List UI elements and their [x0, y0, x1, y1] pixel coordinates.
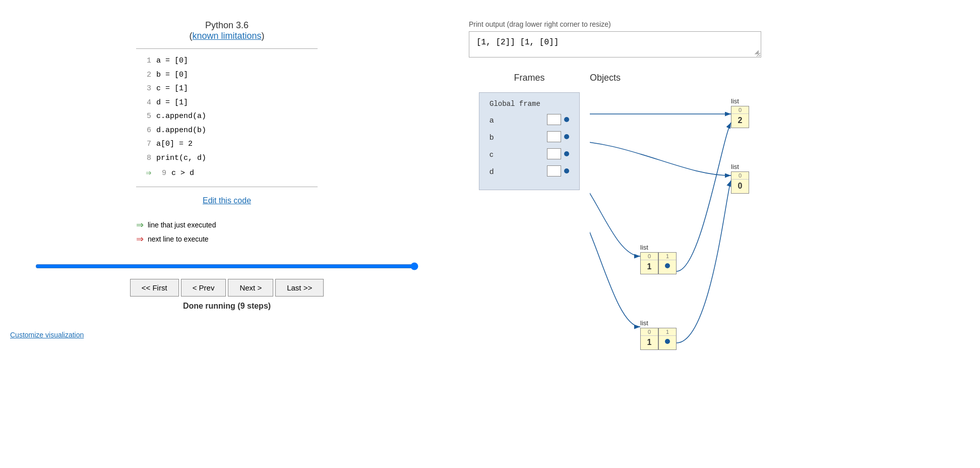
- left-panel: Python 3.6 (known limitations) 1 a = [0]…: [0, 10, 454, 458]
- line-code-2: b = [0]: [156, 69, 188, 82]
- line-num-3: 3: [136, 82, 151, 95]
- first-button[interactable]: << First: [130, 279, 179, 297]
- frame-row-b: b: [489, 131, 569, 142]
- prev-button[interactable]: < Prev: [181, 279, 226, 297]
- code-line-1: 1 a = [0]: [136, 54, 318, 68]
- list-obj-b: list 0 0: [731, 163, 749, 194]
- line-code-3: c = [1]: [156, 82, 188, 95]
- line-code-4: d = [1]: [156, 96, 188, 109]
- print-output-label: Print output (drag lower right corner to…: [469, 20, 965, 28]
- list-obj-d: list 0 1 1: [640, 319, 677, 350]
- line-code-7: a[0] = 2: [156, 138, 193, 151]
- line-code-6: d.append(b): [156, 124, 206, 137]
- var-d-cell: [547, 165, 561, 177]
- code-line-2: 2 b = [0]: [136, 68, 318, 82]
- visualization-section: Frames Global frame a b: [469, 73, 965, 375]
- line-num-7: 7: [136, 138, 151, 151]
- legend-green-arrow: ⇒: [136, 219, 144, 230]
- var-b-label: b: [489, 133, 505, 141]
- var-c-pointer: [547, 148, 569, 159]
- frames-column: Frames Global frame a b: [469, 73, 590, 375]
- line-num-8: 8: [136, 152, 151, 165]
- navigation-buttons: << First < Prev Next > Last >>: [129, 279, 325, 297]
- code-line-3: 3 c = [1]: [136, 82, 318, 96]
- list-cell-d1: 1: [658, 328, 677, 350]
- print-output-value: [1, [2]] [1, [0]]: [476, 38, 559, 47]
- line-num-2: 2: [136, 69, 151, 82]
- line-num-1: 1: [136, 54, 151, 68]
- status-text: Done running (9 steps): [183, 302, 271, 311]
- current-line-arrow: ⇒: [136, 165, 151, 181]
- list-cell-c1-dot: [665, 263, 670, 268]
- var-d-label: d: [489, 167, 505, 176]
- code-line-6: 6 d.append(b): [136, 124, 318, 138]
- step-slider[interactable]: [35, 262, 418, 271]
- list-label-c: list: [640, 244, 648, 251]
- list-cell-d0: 0 1: [640, 328, 658, 350]
- last-button[interactable]: Last >>: [275, 279, 324, 297]
- var-b-dot: [564, 134, 569, 139]
- global-frame: Global frame a b: [479, 92, 580, 190]
- print-output-box: [1, [2]] [1, [0]] ◢: [469, 31, 761, 57]
- global-frame-title: Global frame: [489, 100, 569, 108]
- var-b-cell: [547, 131, 561, 142]
- var-a-pointer: [547, 114, 569, 125]
- line-code-5: c.append(a): [156, 110, 206, 123]
- list-cells-b: 0 0: [731, 171, 749, 194]
- python-version-text: Python 3.6: [205, 20, 249, 30]
- legend: ⇒ line that just executed ⇒ next line to…: [136, 219, 318, 248]
- code-line-7: 7 a[0] = 2: [136, 137, 318, 151]
- legend-red-text: next line to execute: [148, 235, 209, 243]
- line-num-9: 9: [156, 167, 166, 180]
- var-a-cell: [547, 114, 561, 125]
- list-cells-a: 0 2: [731, 106, 749, 128]
- list-obj-c: list 0 1 1: [640, 244, 677, 274]
- legend-red: ⇒ next line to execute: [136, 233, 318, 245]
- list-cell-d1-dot: [665, 339, 670, 344]
- var-a-dot: [564, 117, 569, 122]
- slider-row: [35, 262, 418, 271]
- objects-area: list 0 2 list 0: [590, 92, 842, 375]
- list-label-b: list: [731, 163, 739, 170]
- known-limitations-link[interactable]: known limitations: [192, 31, 261, 41]
- code-line-8: 8 print(c, d): [136, 151, 318, 165]
- list-cell-c1: 1: [658, 252, 677, 274]
- frames-title: Frames: [514, 73, 544, 83]
- legend-red-arrow: ⇒: [136, 233, 144, 245]
- next-button[interactable]: Next >: [228, 279, 273, 297]
- var-d-dot: [564, 168, 569, 173]
- frame-row-a: a: [489, 114, 569, 125]
- frame-row-d: d: [489, 165, 569, 177]
- var-b-pointer: [547, 131, 569, 142]
- arrows-svg: [590, 92, 842, 375]
- list-cells-d: 0 1 1: [640, 328, 677, 350]
- line-code-9: c > d: [171, 167, 194, 180]
- line-num-4: 4: [136, 96, 151, 109]
- var-c-cell: [547, 148, 561, 159]
- var-c-label: c: [489, 150, 505, 158]
- code-line-9: ⇒ 9 c > d: [136, 165, 318, 182]
- line-code-8: print(c, d): [156, 152, 206, 165]
- list-label-a: list: [731, 97, 739, 105]
- code-line-5: 5 c.append(a): [136, 109, 318, 124]
- line-num-6: 6: [136, 124, 151, 137]
- list-obj-a: list 0 2: [731, 97, 749, 128]
- line-code-1: a = [0]: [156, 54, 188, 68]
- code-area: 1 a = [0] 2 b = [0] 3 c = [1] 4 d = [1] …: [136, 48, 318, 187]
- line-num-5: 5: [136, 110, 151, 123]
- list-cell-c0: 0 1: [640, 252, 658, 274]
- resize-handle[interactable]: ◢: [755, 47, 759, 56]
- right-panel: Print output (drag lower right corner to…: [454, 10, 980, 458]
- objects-title: Objects: [590, 73, 621, 83]
- var-c-dot: [564, 151, 569, 156]
- list-cell-a0: 0 2: [731, 106, 749, 128]
- var-d-pointer: [547, 165, 569, 177]
- edit-code-link[interactable]: Edit this code: [203, 196, 251, 205]
- python-version: Python 3.6 (known limitations): [189, 20, 264, 41]
- customize-link[interactable]: Customize visualization: [10, 331, 84, 339]
- legend-green-text: line that just executed: [148, 221, 216, 229]
- legend-green: ⇒ line that just executed: [136, 219, 318, 230]
- code-line-4: 4 d = [1]: [136, 96, 318, 110]
- list-label-d: list: [640, 319, 648, 327]
- frame-row-c: c: [489, 148, 569, 159]
